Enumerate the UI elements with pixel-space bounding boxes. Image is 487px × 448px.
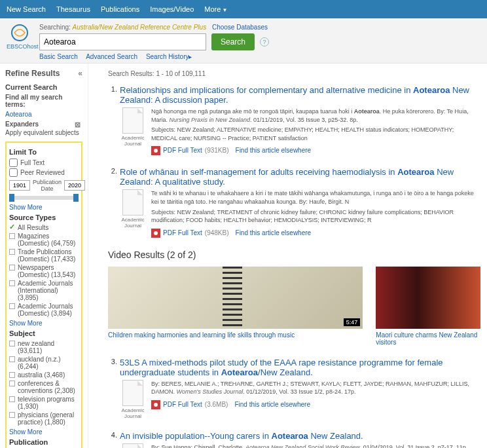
result-thumb: Academic Journal — [120, 443, 146, 448]
expanders-label: Expanders⊠ — [5, 121, 82, 128]
video-thumbnail[interactable] — [376, 267, 480, 329]
results-panel: Search Results: 1 - 10 of 109,111 1. Rel… — [88, 64, 487, 448]
database-name: Australia/New Zealand Reference Centre P… — [73, 24, 207, 31]
pubdate-label: Publication Date — [33, 179, 62, 192]
result-thumb: Academic Journal — [120, 189, 146, 237]
pdf-icon — [151, 229, 160, 238]
subject-show-more[interactable]: Show More — [9, 428, 79, 436]
limit-to-panel: Limit To Full Text Peer Reviewed Publica… — [5, 141, 82, 448]
video-title-link[interactable]: Children making harmonies and learning l… — [108, 331, 295, 339]
result-title-link[interactable]: Relationships and implications for compl… — [120, 85, 469, 105]
nav-thesaurus[interactable]: Thesaurus — [56, 5, 90, 13]
source-type-item[interactable]: Newspapers (Domestic) (13,543) — [9, 264, 79, 278]
date-from-input[interactable] — [9, 180, 30, 191]
brand-logo[interactable]: EBSCOhost — [7, 24, 33, 50]
result-number: 2. — [108, 167, 117, 237]
help-icon[interactable]: ? — [260, 37, 269, 47]
result-title-link[interactable]: 53LS A mixed-methods pilot study of the … — [120, 358, 443, 377]
result-thumb: Academic Journal — [120, 380, 146, 419]
result-subjects: Subjects: NEW Zealand; TREATMENT of chro… — [151, 208, 480, 225]
source-types-heading: Source Types — [9, 214, 79, 221]
sidebar: Refine Results« Current Search Find all … — [0, 64, 88, 448]
source-type-item[interactable]: Academic Journals (Domestic) (3,894) — [9, 303, 79, 317]
chevron-down-icon: ▼ — [222, 7, 227, 13]
document-icon — [122, 107, 143, 134]
search-band: EBSCOhost Searching: Australia/New Zeala… — [0, 18, 487, 64]
search-input[interactable] — [39, 33, 206, 50]
pdf-icon — [151, 146, 160, 155]
document-icon — [122, 443, 143, 448]
pdf-full-text-link[interactable]: PDF Full Text — [163, 146, 202, 155]
pdf-size: (948KB) — [205, 229, 229, 238]
nav-images-video[interactable]: Images/Video — [150, 5, 194, 13]
results-count: Search Results: 1 - 10 of 109,111 — [108, 70, 480, 77]
peer-reviewed-checkbox[interactable]: Peer Reviewed — [9, 168, 79, 177]
nav-publications[interactable]: Publications — [101, 5, 139, 13]
video-thumbnail[interactable]: 5:47 — [108, 267, 363, 329]
pdf-full-text-link[interactable]: PDF Full Text — [163, 400, 202, 409]
search-term-link[interactable]: Aotearoa — [5, 111, 32, 118]
ebsco-logo-icon — [10, 24, 29, 42]
find-elsewhere-link[interactable]: Find this article elsewhere — [236, 229, 312, 238]
nav-more[interactable]: More▼ — [204, 5, 227, 13]
result-item: 2. Role of whānau in self-management for… — [108, 167, 480, 237]
subject-heading: Subject — [9, 329, 79, 337]
pdf-icon — [151, 400, 160, 409]
subject-item[interactable]: auckland (n.z.) (6,244) — [9, 356, 79, 370]
subject-item[interactable]: television programs (1,930) — [9, 396, 79, 410]
pdf-size: (3.6MB) — [205, 400, 228, 409]
brand-text: EBSCOhost — [7, 43, 33, 50]
result-item: 1. Relationships and implications for co… — [108, 85, 480, 155]
video-title-link[interactable]: Maori culture charms New Zealand visitor… — [376, 331, 477, 346]
document-icon — [122, 189, 143, 215]
video-results-heading: Video Results (2 of 2) — [108, 250, 480, 260]
find-all-label: Find all my search terms: — [5, 94, 82, 108]
find-elsewhere-link[interactable]: Find this article elsewhere — [234, 400, 310, 409]
basic-search-link[interactable]: Basic Search — [39, 53, 78, 60]
publication-heading: Publication — [9, 438, 79, 446]
limit-to-heading: Limit To — [9, 148, 79, 156]
refine-heading: Refine Results« — [5, 69, 82, 78]
result-number: 3. — [108, 358, 117, 419]
remove-expander-icon[interactable]: ⊠ — [75, 121, 82, 128]
pdf-full-text-link[interactable]: PDF Full Text — [163, 229, 202, 238]
full-text-checkbox[interactable]: Full Text — [9, 159, 79, 167]
result-title-link[interactable]: An invisible population--Young carers in… — [120, 431, 363, 441]
source-type-item[interactable]: Academic Journals (International) (3,895… — [9, 280, 79, 301]
date-to-input[interactable] — [64, 180, 85, 191]
result-item: 3. 53LS A mixed-methods pilot study of t… — [108, 358, 480, 419]
top-nav: New Search Thesaurus Publications Images… — [0, 0, 487, 18]
expander-value: Apply equivalent subjects — [5, 129, 82, 136]
current-search-heading: Current Search — [5, 83, 82, 91]
video-duration: 5:47 — [344, 318, 361, 326]
find-elsewhere-link[interactable]: Find this article elsewhere — [236, 146, 312, 155]
search-button[interactable]: Search — [211, 33, 255, 50]
source-all-results[interactable]: ✓All Results — [9, 224, 79, 231]
choose-databases-link[interactable]: Choose Databases — [212, 24, 268, 31]
source-show-more[interactable]: Show More — [9, 320, 79, 327]
subject-item[interactable]: new zealand (93,611) — [9, 340, 79, 354]
result-title-link[interactable]: Role of whānau in self-management for ad… — [120, 167, 454, 187]
search-history-link[interactable]: Search History▸ — [146, 53, 192, 60]
subject-item[interactable]: physicians (general practice) (1,880) — [9, 411, 79, 426]
subject-item[interactable]: australia (3,468) — [9, 371, 79, 379]
pdf-size: (931KB) — [205, 146, 229, 155]
result-thumb: Academic Journal — [120, 107, 146, 155]
result-number: 4. — [108, 431, 117, 448]
result-number: 1. — [108, 85, 117, 155]
video-item[interactable]: Maori culture charms New Zealand visitor… — [376, 267, 480, 346]
video-item[interactable]: 5:47 Children making harmonies and learn… — [108, 267, 363, 346]
nav-new-search[interactable]: New Search — [7, 5, 46, 13]
source-type-item[interactable]: Magazines (Domestic) (64,759) — [9, 233, 79, 247]
result-item: 4. An invisible population--Young carers… — [108, 431, 480, 448]
document-icon — [122, 380, 143, 406]
searching-line: Searching: Australia/New Zealand Referen… — [39, 24, 480, 31]
subject-item[interactable]: conferences & conventions (2,308) — [9, 380, 79, 394]
result-subjects: Subjects: NEW Zealand; ALTERNATIVE medic… — [151, 126, 480, 142]
limit-show-more[interactable]: Show More — [9, 204, 79, 211]
advanced-search-link[interactable]: Advanced Search — [86, 53, 137, 60]
date-slider[interactable] — [9, 196, 79, 200]
source-type-item[interactable]: Trade Publications (Domestic) (17,433) — [9, 248, 79, 263]
